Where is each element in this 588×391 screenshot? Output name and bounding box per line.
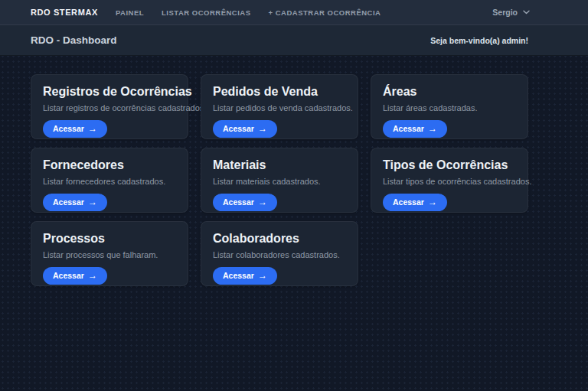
brand-logo[interactable]: RDO STERMAX — [31, 8, 98, 17]
card-description: Listar registros de ocorrências cadastra… — [43, 103, 176, 112]
arrow-right-icon: → — [258, 271, 267, 280]
nav-item-cadastrar-ocorrencia[interactable]: + CADASTRAR OCORRÊNCIA — [269, 8, 381, 17]
cards-grid: Registros de Ocorrências Listar registro… — [31, 74, 530, 286]
acessar-button[interactable]: Acessar → — [383, 194, 447, 211]
user-name: Sergio — [492, 8, 518, 17]
acessar-button-label: Acessar — [53, 272, 84, 280]
arrow-right-icon: → — [88, 197, 97, 207]
card-description: Listar pedidos de venda cadastrados. — [213, 103, 346, 112]
acessar-button-label: Acessar — [223, 125, 254, 133]
card-description: Listar processos que falharam. — [43, 250, 176, 259]
card-title: Processos — [43, 232, 176, 246]
acessar-button-label: Acessar — [53, 198, 84, 207]
card-description: Listar áreas cadastradas. — [383, 103, 516, 112]
page-title: RDO - Dashboard — [31, 34, 117, 46]
acessar-button-label: Acessar — [223, 198, 254, 207]
acessar-button[interactable]: Acessar → — [213, 120, 277, 138]
card-title: Tipos de Ocorrências — [383, 158, 516, 172]
acessar-button-label: Acessar — [53, 125, 84, 133]
card-title: Materiais — [213, 158, 346, 172]
top-navbar: RDO STERMAX PAINEL LISTAR OCORRÊNCIAS + … — [0, 0, 588, 25]
acessar-button[interactable]: Acessar → — [43, 194, 107, 211]
card-title: Áreas — [383, 85, 516, 99]
arrow-right-icon: → — [428, 124, 437, 133]
card-title: Fornecedores — [43, 158, 176, 172]
card-materiais: Materiais Listar materiais cadastrados. … — [201, 148, 358, 213]
card-colaboradores: Colaboradores Listar colaboradores cadas… — [201, 221, 358, 286]
arrow-right-icon: → — [88, 124, 97, 133]
card-description: Listar colaboradores cadastrados. — [213, 250, 346, 259]
card-fornecedores: Fornecedores Listar fornecedores cadastr… — [31, 148, 188, 213]
acessar-button[interactable]: Acessar → — [43, 120, 107, 138]
page-header: RDO - Dashboard Seja bem-vindo(a) admin! — [0, 25, 588, 56]
card-tipos-de-ocorrencias: Tipos de Ocorrências Listar tipos de oco… — [371, 148, 528, 213]
acessar-button-label: Acessar — [223, 272, 254, 280]
card-registros-de-ocorrencias: Registros de Ocorrências Listar registro… — [31, 74, 188, 139]
acessar-button[interactable]: Acessar → — [383, 120, 447, 138]
nav-links: PAINEL LISTAR OCORRÊNCIAS + CADASTRAR OC… — [98, 8, 381, 17]
acessar-button-label: Acessar — [393, 198, 424, 207]
chevron-down-icon — [523, 10, 530, 15]
acessar-button[interactable]: Acessar → — [213, 194, 277, 211]
arrow-right-icon: → — [88, 271, 97, 280]
card-title: Colaboradores — [213, 232, 346, 246]
nav-item-listar-ocorrencias[interactable]: LISTAR OCORRÊNCIAS — [162, 8, 251, 17]
card-title: Pedidos de Venda — [213, 85, 346, 99]
card-pedidos-de-venda: Pedidos de Venda Listar pedidos de venda… — [201, 74, 358, 139]
nav-item-painel[interactable]: PAINEL — [116, 8, 144, 17]
card-title: Registros de Ocorrências — [43, 85, 176, 99]
arrow-right-icon: → — [258, 124, 267, 133]
acessar-button[interactable]: Acessar → — [43, 267, 107, 285]
card-description: Listar fornecedores cadastrados. — [43, 177, 176, 186]
arrow-right-icon: → — [258, 197, 267, 207]
card-processos: Processos Listar processos que falharam.… — [31, 221, 188, 286]
user-menu[interactable]: Sergio — [492, 8, 530, 17]
card-description: Listar materiais cadastrados. — [213, 177, 346, 186]
welcome-message: Seja bem-vindo(a) admin! — [430, 36, 528, 45]
arrow-right-icon: → — [428, 197, 437, 207]
card-description: Listar tipos de ocorrências cadastrados. — [383, 177, 516, 186]
acessar-button[interactable]: Acessar → — [213, 267, 277, 285]
card-areas: Áreas Listar áreas cadastradas. Acessar … — [371, 74, 528, 139]
acessar-button-label: Acessar — [393, 125, 424, 133]
main-content: Registros de Ocorrências Listar registro… — [0, 56, 588, 286]
